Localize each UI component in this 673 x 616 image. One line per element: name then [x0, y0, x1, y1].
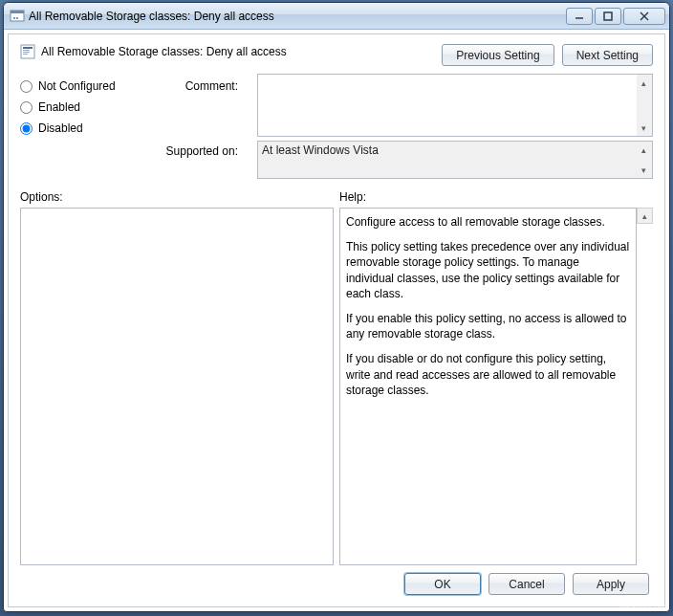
maximize-button[interactable] [595, 8, 621, 25]
scroll-down-icon: ▾ [637, 162, 652, 178]
window-controls [566, 8, 665, 25]
lower-panels: Options: Help: Configure access to all r… [20, 190, 653, 565]
nav-buttons: Previous Setting Next Setting [442, 44, 653, 66]
supported-label: Supported on: [163, 144, 238, 173]
svg-rect-10 [23, 50, 30, 51]
field-labels: Comment: Supported on: [163, 74, 238, 179]
previous-setting-button[interactable]: Previous Setting [442, 44, 554, 66]
svg-rect-11 [23, 52, 30, 53]
options-body [20, 208, 334, 565]
watermark: wsxdn.com [619, 602, 667, 612]
scroll-down-icon: ▾ [637, 120, 652, 136]
comment-label: Comment: [163, 79, 238, 144]
supported-textarea [258, 142, 637, 178]
radio-not-configured-input[interactable] [20, 80, 33, 93]
window-title: All Removable Storage classes: Deny all … [29, 10, 566, 23]
minimize-button[interactable] [566, 8, 593, 25]
header-row: All Removable Storage classes: Deny all … [20, 44, 653, 66]
svg-rect-1 [11, 11, 24, 13]
close-icon [640, 11, 649, 21]
dialog-footer: OK Cancel Apply [20, 565, 653, 597]
scroll-up-icon: ▴ [637, 142, 652, 158]
help-panel: Help: Configure access to all removable … [339, 190, 653, 565]
help-body: Configure access to all removable storag… [339, 208, 637, 565]
comment-scrollbar[interactable]: ▴ ▾ [637, 75, 652, 136]
svg-rect-5 [604, 12, 612, 20]
next-setting-button[interactable]: Next Setting [562, 44, 653, 66]
help-paragraph: This policy setting takes precedence ove… [346, 239, 630, 301]
config-row: Not Configured Enabled Disabled Comment:… [20, 74, 653, 179]
supported-scrollbar[interactable]: ▴ ▾ [637, 142, 652, 178]
comment-textarea[interactable] [258, 75, 637, 136]
options-label: Options: [20, 190, 334, 208]
svg-point-2 [13, 17, 15, 19]
state-radio-group: Not Configured Enabled Disabled [20, 74, 144, 179]
radio-disabled-input[interactable] [20, 122, 33, 135]
cancel-button[interactable]: Cancel [488, 573, 565, 595]
svg-rect-9 [23, 47, 33, 49]
ok-button[interactable]: OK [404, 573, 481, 595]
radio-not-configured-label: Not Configured [38, 79, 116, 93]
client-area: All Removable Storage classes: Deny all … [8, 33, 665, 607]
options-panel: Options: [20, 190, 334, 565]
comment-box: ▴ ▾ [257, 74, 653, 137]
help-label: Help: [339, 190, 653, 208]
policy-icon [20, 44, 35, 59]
policy-title: All Removable Storage classes: Deny all … [41, 45, 287, 58]
apply-button[interactable]: Apply [573, 573, 649, 595]
supported-box: ▴ ▾ [257, 141, 653, 179]
minimize-icon [575, 11, 584, 21]
radio-disabled-label: Disabled [38, 121, 83, 135]
dialog-window: All Removable Storage classes: Deny all … [3, 2, 670, 612]
help-paragraph: Configure access to all removable storag… [346, 214, 630, 230]
app-icon [10, 9, 25, 24]
titlebar[interactable]: All Removable Storage classes: Deny all … [4, 3, 669, 30]
maximize-icon [603, 11, 613, 21]
svg-point-3 [16, 17, 18, 19]
radio-enabled-label: Enabled [38, 100, 80, 114]
scroll-up-icon: ▴ [637, 208, 653, 224]
svg-rect-12 [23, 54, 28, 55]
field-inputs: ▴ ▾ ▴ ▾ [257, 74, 653, 179]
radio-enabled[interactable]: Enabled [20, 100, 144, 114]
close-button[interactable] [623, 8, 665, 25]
radio-disabled[interactable]: Disabled [20, 121, 144, 135]
help-paragraph: If you enable this policy setting, no ac… [346, 311, 630, 341]
help-paragraph: If you disable or do not configure this … [346, 351, 630, 398]
policy-header: All Removable Storage classes: Deny all … [20, 44, 432, 59]
radio-not-configured[interactable]: Not Configured [20, 79, 144, 93]
scroll-up-icon: ▴ [637, 75, 652, 91]
help-scrollbar[interactable]: ▴ [637, 208, 653, 565]
radio-enabled-input[interactable] [20, 101, 33, 114]
